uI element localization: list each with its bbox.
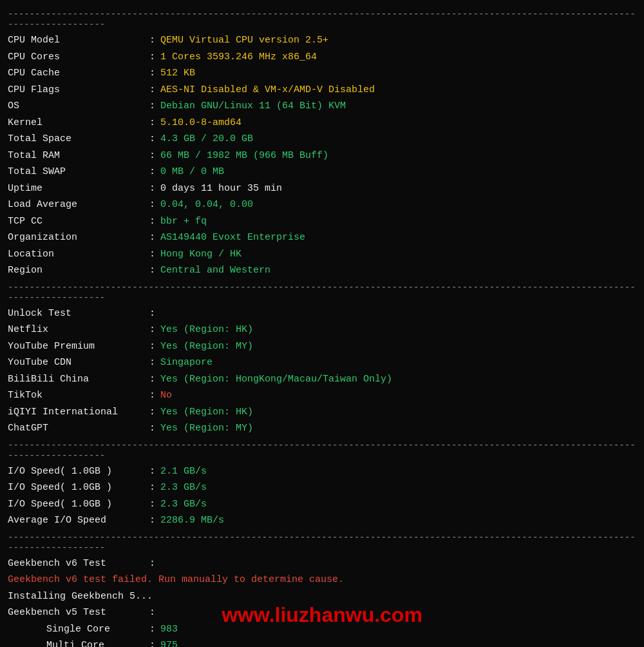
colon: :: [149, 557, 155, 572]
total-space-label: Total Space: [8, 132, 149, 147]
colon: :: [149, 481, 155, 496]
location-value: Hong Kong / HK: [160, 247, 242, 262]
cpu-cache-row: CPU Cache : 512 KB: [8, 66, 636, 81]
colon: :: [149, 389, 155, 403]
avg-io-value: 2286.9 MB/s: [160, 514, 224, 528]
bilibili-value: Yes (Region: HongKong/Macau/Taiwan Only): [160, 372, 392, 387]
organization-label: Organization: [8, 231, 149, 246]
colon: :: [149, 639, 155, 647]
youtube-cdn-label: YouTube CDN: [8, 356, 149, 371]
tcp-cc-value: bbr + fq: [160, 215, 207, 229]
iqiyi-row: iQIYI International : Yes (Region: HK): [8, 405, 636, 420]
chatgpt-label: ChatGPT: [8, 421, 149, 436]
colon: :: [149, 405, 155, 420]
colon: :: [149, 99, 155, 114]
colon: :: [149, 231, 155, 246]
colon: :: [149, 514, 155, 528]
colon: :: [149, 83, 155, 98]
kernel-value: 5.10.0-8-amd64: [160, 116, 242, 131]
geekbench-v5-row: Geekbench v5 Test :: [8, 606, 636, 621]
colon: :: [149, 465, 155, 479]
geekbench-v6-label: Geekbench v6 Test: [8, 557, 149, 572]
cpu-model-label: CPU Model: [8, 34, 149, 48]
os-label: OS: [8, 99, 149, 114]
io2-row: I/O Speed( 1.0GB ) : 2.3 GB/s: [8, 481, 636, 496]
uptime-value: 0 days 11 hour 35 min: [160, 182, 282, 197]
cpu-flags-row: CPU Flags : AES-NI Disabled & VM-x/AMD-V…: [8, 83, 636, 98]
unlock-test-label: Unlock Test: [8, 307, 149, 322]
location-label: Location: [8, 247, 149, 262]
colon: :: [149, 215, 155, 229]
kernel-row: Kernel : 5.10.0-8-amd64: [8, 116, 636, 131]
region-value: Central and Western: [160, 264, 270, 278]
bilibili-row: BiliBili China : Yes (Region: HongKong/M…: [8, 372, 636, 387]
total-ram-value: 66 MB / 1982 MB (966 MB Buff): [160, 149, 328, 164]
organization-value: AS149440 Evoxt Enterprise: [160, 231, 305, 246]
youtube-premium-label: YouTube Premium: [8, 340, 149, 354]
iqiyi-value: Yes (Region: HK): [160, 405, 253, 420]
chatgpt-value: Yes (Region: MY): [160, 421, 253, 436]
unlock-test-row: Unlock Test :: [8, 307, 636, 322]
colon: :: [149, 182, 155, 197]
colon: :: [149, 340, 155, 354]
multi-core-label: Multi Core: [46, 639, 149, 647]
iqiyi-label: iQIYI International: [8, 405, 149, 420]
colon: :: [149, 606, 155, 621]
io3-label: I/O Speed( 1.0GB ): [8, 497, 149, 512]
colon: :: [149, 149, 155, 164]
divider-2: ----------------------------------------…: [8, 440, 636, 461]
io1-value: 2.1 GB/s: [160, 465, 207, 479]
total-swap-value: 0 MB / 0 MB: [160, 165, 224, 180]
colon: :: [149, 50, 155, 65]
tiktok-label: TikTok: [8, 389, 149, 403]
load-avg-label: Load Average: [8, 198, 149, 213]
colon: :: [149, 421, 155, 436]
total-swap-label: Total SWAP: [8, 165, 149, 180]
io1-row: I/O Speed( 1.0GB ) : 2.1 GB/s: [8, 465, 636, 479]
netflix-label: Netflix: [8, 323, 149, 338]
total-swap-row: Total SWAP : 0 MB / 0 MB: [8, 165, 636, 180]
geekbench-v5-label: Geekbench v5 Test: [8, 606, 149, 621]
youtube-premium-row: YouTube Premium : Yes (Region: MY): [8, 340, 636, 354]
divider-3: ----------------------------------------…: [8, 532, 636, 553]
os-value: Debian GNU/Linux 11 (64 Bit) KVM: [160, 99, 346, 114]
youtube-cdn-value: Singapore: [160, 356, 213, 371]
kernel-label: Kernel: [8, 116, 149, 131]
colon: :: [149, 307, 155, 322]
cpu-cores-row: CPU Cores : 1 Cores 3593.246 MHz x86_64: [8, 50, 636, 65]
cpu-flags-label: CPU Flags: [8, 83, 149, 98]
netflix-value: Yes (Region: HK): [160, 323, 253, 338]
geekbench-v6-fail-msg: Geekbench v6 test failed. Run manually t…: [8, 573, 344, 588]
load-avg-value: 0.04, 0.04, 0.00: [160, 198, 253, 213]
colon: :: [149, 264, 155, 278]
colon: :: [149, 356, 155, 371]
io2-label: I/O Speed( 1.0GB ): [8, 481, 149, 496]
os-row: OS : Debian GNU/Linux 11 (64 Bit) KVM: [8, 99, 636, 114]
colon: :: [149, 198, 155, 213]
total-ram-label: Total RAM: [8, 149, 149, 164]
geekbench-v6-row: Geekbench v6 Test :: [8, 557, 636, 572]
colon: :: [149, 66, 155, 81]
chatgpt-row: ChatGPT : Yes (Region: MY): [8, 421, 636, 436]
colon: :: [149, 116, 155, 131]
single-core-row: Single Core : 983: [8, 623, 636, 637]
single-core-label: Single Core: [46, 623, 149, 637]
bilibili-label: BiliBili China: [8, 372, 149, 387]
installing-row: Installing Geekbench 5...: [8, 590, 636, 604]
tiktok-row: TikTok : No: [8, 389, 636, 403]
tcp-cc-row: TCP CC : bbr + fq: [8, 215, 636, 229]
multi-core-value: 975: [160, 639, 178, 647]
region-row: Region : Central and Western: [8, 264, 636, 278]
cpu-cache-label: CPU Cache: [8, 66, 149, 81]
io2-value: 2.3 GB/s: [160, 481, 207, 496]
region-label: Region: [8, 264, 149, 278]
geekbench-v6-fail-row: Geekbench v6 test failed. Run manually t…: [8, 573, 636, 588]
organization-row: Organization : AS149440 Evoxt Enterprise: [8, 231, 636, 246]
total-space-row: Total Space : 4.3 GB / 20.0 GB: [8, 132, 636, 147]
colon: :: [149, 165, 155, 180]
colon: :: [149, 247, 155, 262]
cpu-model-value: QEMU Virtual CPU version 2.5+: [160, 34, 328, 48]
cpu-cores-label: CPU Cores: [8, 50, 149, 65]
divider-1: ----------------------------------------…: [8, 282, 636, 303]
total-ram-row: Total RAM : 66 MB / 1982 MB (966 MB Buff…: [8, 149, 636, 164]
